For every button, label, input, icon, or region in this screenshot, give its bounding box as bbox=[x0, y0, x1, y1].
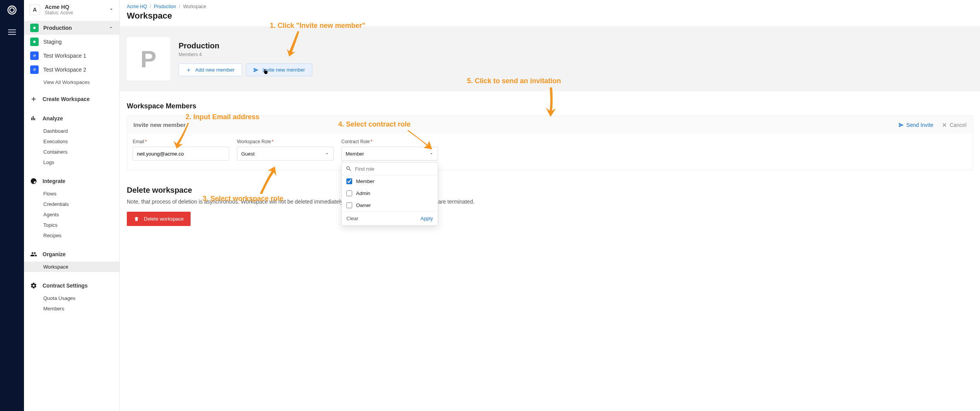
nav-executions[interactable]: Executions bbox=[24, 136, 119, 147]
search-icon bbox=[346, 166, 352, 172]
nav-agents[interactable]: Agents bbox=[24, 209, 119, 220]
sidebar-item-test2[interactable]: Test Workspace 2 bbox=[24, 63, 119, 77]
delete-note: Note, that process of deletion is asynch… bbox=[127, 199, 973, 205]
email-field[interactable] bbox=[133, 147, 229, 161]
section-label: Contract Settings bbox=[43, 283, 88, 289]
org-name: Acme HQ bbox=[45, 4, 73, 10]
invite-member-label: Invite new member bbox=[262, 67, 305, 73]
dropdown-apply-button[interactable]: Apply bbox=[420, 216, 433, 221]
breadcrumb: Acme HQ / Production / Workspace bbox=[120, 0, 980, 11]
workspace-member-count: Members 4 bbox=[179, 52, 312, 57]
sidebar-item-staging[interactable]: Staging bbox=[24, 35, 119, 49]
svg-point-1 bbox=[33, 41, 36, 43]
role-option-label: Member bbox=[356, 178, 375, 184]
delete-button-label: Delete workspace bbox=[144, 216, 184, 222]
sidebar-item-production[interactable]: Production bbox=[24, 21, 119, 35]
nav-quota[interactable]: Quota Usages bbox=[24, 293, 119, 303]
workspace-icon bbox=[30, 38, 39, 46]
ws-role-value: Guest bbox=[241, 151, 255, 157]
org-avatar: A bbox=[29, 4, 40, 15]
nav-dashboard[interactable]: Dashboard bbox=[24, 126, 119, 136]
workspace-icon bbox=[30, 65, 39, 74]
nav-workspace[interactable]: Workspace bbox=[24, 262, 119, 272]
invite-member-button[interactable]: Invite new member bbox=[246, 63, 312, 76]
chevron-up-icon bbox=[109, 25, 113, 31]
create-workspace-button[interactable]: Create Workspace bbox=[24, 92, 119, 106]
section-label: Integrate bbox=[43, 178, 65, 184]
caret-down-icon bbox=[325, 151, 329, 156]
role-checkbox[interactable] bbox=[346, 190, 352, 196]
delete-workspace-section: Delete workspace Note, that process of d… bbox=[120, 170, 980, 238]
delete-heading: Delete workspace bbox=[127, 186, 973, 195]
sidebar-view-all[interactable]: View All Workspaces bbox=[24, 77, 119, 88]
crumb-workspace[interactable]: Production bbox=[154, 4, 176, 9]
workspace-role-select[interactable]: Guest bbox=[237, 147, 334, 161]
sidebar-item-label: Staging bbox=[43, 39, 61, 45]
section-label: Organize bbox=[43, 251, 66, 257]
contract-role-label: Contract Role bbox=[341, 139, 370, 144]
nav-logs[interactable]: Logs bbox=[24, 157, 119, 168]
role-option-label: Admin bbox=[356, 190, 370, 196]
org-status: Status: Active bbox=[45, 10, 73, 15]
nav-credentials[interactable]: Credentials bbox=[24, 199, 119, 209]
trash-icon bbox=[134, 216, 139, 222]
sidebar-item-test1[interactable]: Test Workspace 1 bbox=[24, 49, 119, 63]
workspace-icon bbox=[30, 51, 39, 60]
create-workspace-label: Create Workspace bbox=[43, 96, 90, 102]
nav-members[interactable]: Members bbox=[24, 303, 119, 314]
sidebar-item-label: Production bbox=[43, 25, 72, 31]
chevron-down-icon bbox=[109, 7, 114, 13]
sidebar-item-label: View All Workspaces bbox=[43, 79, 90, 85]
workspace-card: P Production Members 4 Add new member In… bbox=[120, 26, 980, 91]
role-checkbox[interactable] bbox=[346, 178, 352, 184]
email-label: Email bbox=[133, 139, 144, 144]
section-organize[interactable]: Organize bbox=[24, 248, 119, 261]
role-option-member[interactable]: Member bbox=[342, 175, 438, 187]
cancel-invite-button[interactable]: Cancel bbox=[942, 122, 966, 128]
contract-role-dropdown: Member Admin Owner Clear Apply bbox=[341, 162, 438, 226]
main-content: Acme HQ / Production / Workspace Workspa… bbox=[120, 0, 980, 411]
section-contract[interactable]: Contract Settings bbox=[24, 279, 119, 292]
left-rail bbox=[0, 0, 24, 411]
org-selector[interactable]: A Acme HQ Status: Active bbox=[24, 0, 119, 19]
role-checkbox[interactable] bbox=[346, 202, 352, 208]
contract-role-value: Member bbox=[346, 151, 364, 157]
app-logo-icon bbox=[7, 5, 17, 17]
dropdown-clear-button[interactable]: Clear bbox=[346, 216, 358, 221]
nav-topics[interactable]: Topics bbox=[24, 220, 119, 230]
members-heading: Workspace Members bbox=[120, 91, 980, 116]
role-option-admin[interactable]: Admin bbox=[342, 187, 438, 199]
svg-point-0 bbox=[33, 27, 36, 29]
send-invite-button[interactable]: Send Invite bbox=[898, 122, 933, 128]
invite-panel-title: Invite new member bbox=[133, 122, 186, 128]
invite-panel: Invite new member Send Invite Cancel Ema… bbox=[127, 116, 973, 170]
sidebar-item-label: Test Workspace 2 bbox=[43, 67, 86, 73]
workspace-icon bbox=[30, 24, 39, 32]
role-search-input[interactable] bbox=[355, 166, 434, 172]
section-analyze[interactable]: Analyze bbox=[24, 112, 119, 125]
workspace-avatar: P bbox=[127, 37, 170, 80]
menu-toggle-icon[interactable] bbox=[8, 28, 16, 36]
add-member-button[interactable]: Add new member bbox=[179, 63, 242, 76]
contract-role-select[interactable]: Member bbox=[341, 147, 438, 161]
role-option-label: Owner bbox=[356, 202, 371, 208]
section-integrate[interactable]: Integrate bbox=[24, 175, 119, 188]
add-member-label: Add new member bbox=[195, 67, 235, 73]
workspace-list: Production Staging Test Workspace 1 Test… bbox=[24, 19, 119, 89]
workspace-name: Production bbox=[179, 41, 312, 50]
sidebar: A Acme HQ Status: Active Production Stag… bbox=[24, 0, 120, 411]
nav-containers[interactable]: Containers bbox=[24, 147, 119, 157]
section-label: Analyze bbox=[43, 115, 63, 122]
send-invite-label: Send Invite bbox=[906, 122, 933, 128]
nav-flows[interactable]: Flows bbox=[24, 188, 119, 199]
page-title: Workspace bbox=[120, 11, 980, 26]
cancel-invite-label: Cancel bbox=[949, 122, 966, 128]
caret-up-icon bbox=[429, 151, 434, 156]
ws-role-label: Workspace Role bbox=[237, 139, 271, 144]
crumb-page: Workspace bbox=[183, 4, 206, 9]
sidebar-item-label: Test Workspace 1 bbox=[43, 53, 86, 59]
nav-recipes[interactable]: Recipes bbox=[24, 230, 119, 241]
crumb-org[interactable]: Acme HQ bbox=[127, 4, 147, 9]
role-option-owner[interactable]: Owner bbox=[342, 199, 438, 211]
delete-workspace-button[interactable]: Delete workspace bbox=[127, 212, 191, 226]
